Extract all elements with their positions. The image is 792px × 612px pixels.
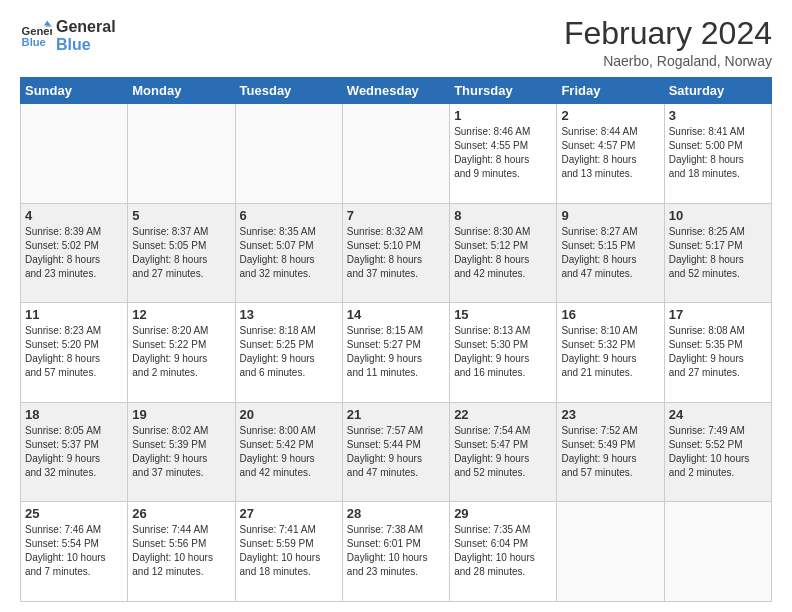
calendar-cell: 9Sunrise: 8:27 AM Sunset: 5:15 PM Daylig… bbox=[557, 203, 664, 303]
day-info: Sunrise: 8:08 AM Sunset: 5:35 PM Dayligh… bbox=[669, 324, 767, 380]
day-number: 24 bbox=[669, 407, 767, 422]
day-info: Sunrise: 8:02 AM Sunset: 5:39 PM Dayligh… bbox=[132, 424, 230, 480]
day-number: 25 bbox=[25, 506, 123, 521]
calendar-cell: 18Sunrise: 8:05 AM Sunset: 5:37 PM Dayli… bbox=[21, 402, 128, 502]
day-info: Sunrise: 8:00 AM Sunset: 5:42 PM Dayligh… bbox=[240, 424, 338, 480]
page: General Blue General Blue February 2024 … bbox=[0, 0, 792, 612]
calendar-week-row: 1Sunrise: 8:46 AM Sunset: 4:55 PM Daylig… bbox=[21, 104, 772, 204]
calendar-cell: 19Sunrise: 8:02 AM Sunset: 5:39 PM Dayli… bbox=[128, 402, 235, 502]
logo-blue: Blue bbox=[56, 36, 116, 54]
calendar-day-header: Thursday bbox=[450, 78, 557, 104]
calendar-cell: 29Sunrise: 7:35 AM Sunset: 6:04 PM Dayli… bbox=[450, 502, 557, 602]
calendar-cell bbox=[664, 502, 771, 602]
calendar-cell: 21Sunrise: 7:57 AM Sunset: 5:44 PM Dayli… bbox=[342, 402, 449, 502]
day-info: Sunrise: 7:57 AM Sunset: 5:44 PM Dayligh… bbox=[347, 424, 445, 480]
calendar-day-header: Wednesday bbox=[342, 78, 449, 104]
logo-icon: General Blue bbox=[20, 19, 52, 51]
day-info: Sunrise: 8:13 AM Sunset: 5:30 PM Dayligh… bbox=[454, 324, 552, 380]
calendar-day-header: Tuesday bbox=[235, 78, 342, 104]
day-number: 21 bbox=[347, 407, 445, 422]
calendar-cell: 10Sunrise: 8:25 AM Sunset: 5:17 PM Dayli… bbox=[664, 203, 771, 303]
calendar-cell: 12Sunrise: 8:20 AM Sunset: 5:22 PM Dayli… bbox=[128, 303, 235, 403]
calendar-day-header: Saturday bbox=[664, 78, 771, 104]
calendar-cell: 2Sunrise: 8:44 AM Sunset: 4:57 PM Daylig… bbox=[557, 104, 664, 204]
main-title: February 2024 bbox=[564, 16, 772, 51]
calendar-cell: 11Sunrise: 8:23 AM Sunset: 5:20 PM Dayli… bbox=[21, 303, 128, 403]
calendar-cell: 23Sunrise: 7:52 AM Sunset: 5:49 PM Dayli… bbox=[557, 402, 664, 502]
calendar-cell: 4Sunrise: 8:39 AM Sunset: 5:02 PM Daylig… bbox=[21, 203, 128, 303]
day-info: Sunrise: 8:20 AM Sunset: 5:22 PM Dayligh… bbox=[132, 324, 230, 380]
day-info: Sunrise: 8:32 AM Sunset: 5:10 PM Dayligh… bbox=[347, 225, 445, 281]
day-number: 12 bbox=[132, 307, 230, 322]
day-number: 8 bbox=[454, 208, 552, 223]
day-number: 17 bbox=[669, 307, 767, 322]
calendar-cell: 1Sunrise: 8:46 AM Sunset: 4:55 PM Daylig… bbox=[450, 104, 557, 204]
day-info: Sunrise: 8:18 AM Sunset: 5:25 PM Dayligh… bbox=[240, 324, 338, 380]
day-number: 4 bbox=[25, 208, 123, 223]
day-info: Sunrise: 8:27 AM Sunset: 5:15 PM Dayligh… bbox=[561, 225, 659, 281]
calendar-cell: 14Sunrise: 8:15 AM Sunset: 5:27 PM Dayli… bbox=[342, 303, 449, 403]
day-info: Sunrise: 8:44 AM Sunset: 4:57 PM Dayligh… bbox=[561, 125, 659, 181]
day-number: 9 bbox=[561, 208, 659, 223]
calendar-week-row: 4Sunrise: 8:39 AM Sunset: 5:02 PM Daylig… bbox=[21, 203, 772, 303]
calendar-cell: 3Sunrise: 8:41 AM Sunset: 5:00 PM Daylig… bbox=[664, 104, 771, 204]
logo: General Blue General Blue bbox=[20, 16, 116, 53]
day-number: 6 bbox=[240, 208, 338, 223]
calendar-cell bbox=[342, 104, 449, 204]
day-info: Sunrise: 7:35 AM Sunset: 6:04 PM Dayligh… bbox=[454, 523, 552, 579]
title-block: February 2024 Naerbo, Rogaland, Norway bbox=[564, 16, 772, 69]
day-number: 20 bbox=[240, 407, 338, 422]
calendar-cell: 13Sunrise: 8:18 AM Sunset: 5:25 PM Dayli… bbox=[235, 303, 342, 403]
subtitle: Naerbo, Rogaland, Norway bbox=[564, 53, 772, 69]
calendar-cell: 20Sunrise: 8:00 AM Sunset: 5:42 PM Dayli… bbox=[235, 402, 342, 502]
day-number: 16 bbox=[561, 307, 659, 322]
day-number: 18 bbox=[25, 407, 123, 422]
svg-text:Blue: Blue bbox=[22, 36, 46, 48]
calendar-week-row: 11Sunrise: 8:23 AM Sunset: 5:20 PM Dayli… bbox=[21, 303, 772, 403]
day-info: Sunrise: 8:23 AM Sunset: 5:20 PM Dayligh… bbox=[25, 324, 123, 380]
calendar-cell bbox=[557, 502, 664, 602]
day-info: Sunrise: 7:49 AM Sunset: 5:52 PM Dayligh… bbox=[669, 424, 767, 480]
calendar-cell: 25Sunrise: 7:46 AM Sunset: 5:54 PM Dayli… bbox=[21, 502, 128, 602]
day-info: Sunrise: 8:46 AM Sunset: 4:55 PM Dayligh… bbox=[454, 125, 552, 181]
day-info: Sunrise: 8:35 AM Sunset: 5:07 PM Dayligh… bbox=[240, 225, 338, 281]
calendar-cell: 27Sunrise: 7:41 AM Sunset: 5:59 PM Dayli… bbox=[235, 502, 342, 602]
day-number: 19 bbox=[132, 407, 230, 422]
calendar-week-row: 25Sunrise: 7:46 AM Sunset: 5:54 PM Dayli… bbox=[21, 502, 772, 602]
header: General Blue General Blue February 2024 … bbox=[20, 16, 772, 69]
calendar-cell: 16Sunrise: 8:10 AM Sunset: 5:32 PM Dayli… bbox=[557, 303, 664, 403]
calendar-week-row: 18Sunrise: 8:05 AM Sunset: 5:37 PM Dayli… bbox=[21, 402, 772, 502]
day-number: 26 bbox=[132, 506, 230, 521]
day-number: 13 bbox=[240, 307, 338, 322]
day-info: Sunrise: 8:05 AM Sunset: 5:37 PM Dayligh… bbox=[25, 424, 123, 480]
calendar-cell bbox=[21, 104, 128, 204]
calendar-cell: 6Sunrise: 8:35 AM Sunset: 5:07 PM Daylig… bbox=[235, 203, 342, 303]
day-number: 23 bbox=[561, 407, 659, 422]
day-info: Sunrise: 8:10 AM Sunset: 5:32 PM Dayligh… bbox=[561, 324, 659, 380]
day-number: 1 bbox=[454, 108, 552, 123]
day-info: Sunrise: 7:44 AM Sunset: 5:56 PM Dayligh… bbox=[132, 523, 230, 579]
day-number: 14 bbox=[347, 307, 445, 322]
day-info: Sunrise: 8:15 AM Sunset: 5:27 PM Dayligh… bbox=[347, 324, 445, 380]
calendar-cell: 17Sunrise: 8:08 AM Sunset: 5:35 PM Dayli… bbox=[664, 303, 771, 403]
day-number: 5 bbox=[132, 208, 230, 223]
calendar-cell: 26Sunrise: 7:44 AM Sunset: 5:56 PM Dayli… bbox=[128, 502, 235, 602]
calendar-cell bbox=[235, 104, 342, 204]
day-info: Sunrise: 7:41 AM Sunset: 5:59 PM Dayligh… bbox=[240, 523, 338, 579]
day-number: 22 bbox=[454, 407, 552, 422]
day-info: Sunrise: 8:30 AM Sunset: 5:12 PM Dayligh… bbox=[454, 225, 552, 281]
day-info: Sunrise: 8:39 AM Sunset: 5:02 PM Dayligh… bbox=[25, 225, 123, 281]
day-info: Sunrise: 8:41 AM Sunset: 5:00 PM Dayligh… bbox=[669, 125, 767, 181]
day-info: Sunrise: 8:37 AM Sunset: 5:05 PM Dayligh… bbox=[132, 225, 230, 281]
day-number: 27 bbox=[240, 506, 338, 521]
day-info: Sunrise: 7:38 AM Sunset: 6:01 PM Dayligh… bbox=[347, 523, 445, 579]
calendar-day-header: Sunday bbox=[21, 78, 128, 104]
calendar-cell: 28Sunrise: 7:38 AM Sunset: 6:01 PM Dayli… bbox=[342, 502, 449, 602]
calendar-day-header: Monday bbox=[128, 78, 235, 104]
day-number: 2 bbox=[561, 108, 659, 123]
calendar-cell: 5Sunrise: 8:37 AM Sunset: 5:05 PM Daylig… bbox=[128, 203, 235, 303]
day-number: 15 bbox=[454, 307, 552, 322]
day-number: 10 bbox=[669, 208, 767, 223]
day-info: Sunrise: 8:25 AM Sunset: 5:17 PM Dayligh… bbox=[669, 225, 767, 281]
day-number: 29 bbox=[454, 506, 552, 521]
